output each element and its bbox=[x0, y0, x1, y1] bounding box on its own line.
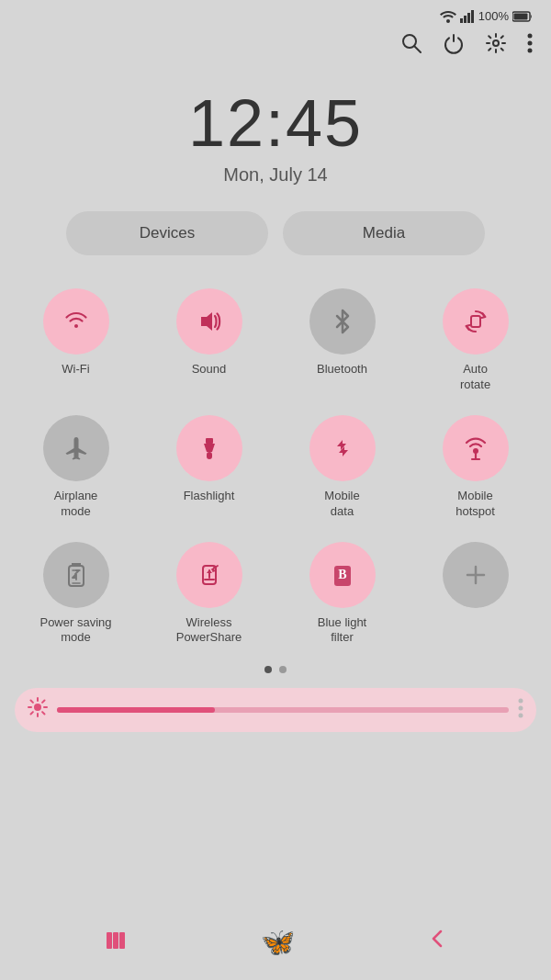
qs-hotspot[interactable]: Mobile hotspot bbox=[409, 406, 542, 533]
svg-line-8 bbox=[414, 46, 421, 52]
svg-line-34 bbox=[31, 712, 33, 714]
bluetooth-label: Bluetooth bbox=[317, 362, 367, 377]
svg-marker-13 bbox=[201, 312, 212, 331]
airplane-icon-wrap bbox=[43, 415, 109, 481]
home-button[interactable]: 🦋 bbox=[261, 926, 295, 958]
sound-label: Sound bbox=[192, 362, 227, 377]
mobiledata-label: Mobile data bbox=[324, 489, 359, 520]
dot-1 bbox=[264, 666, 272, 673]
qs-powersaving[interactable]: Power saving mode bbox=[9, 533, 142, 659]
status-bar: 100% bbox=[0, 0, 551, 28]
brightness-row[interactable] bbox=[15, 688, 536, 732]
svg-line-32 bbox=[42, 712, 44, 714]
qs-sound[interactable]: Sound bbox=[142, 279, 276, 406]
qs-bluetooth[interactable]: Bluetooth bbox=[276, 279, 409, 406]
airplane-label: Airplane mode bbox=[54, 489, 98, 520]
qs-add[interactable] bbox=[409, 533, 542, 659]
svg-point-37 bbox=[519, 713, 523, 717]
wpowershare-icon-wrap bbox=[176, 542, 242, 608]
svg-point-11 bbox=[528, 41, 533, 46]
battery-percentage: 100% bbox=[478, 9, 509, 23]
quick-settings-grid: Wi-Fi Sound Bluetooth bbox=[0, 265, 551, 659]
wifi-status-icon bbox=[440, 10, 456, 23]
clock-time: 12:45 bbox=[0, 85, 551, 161]
svg-rect-4 bbox=[471, 10, 474, 23]
flashlight-label: Flashlight bbox=[184, 489, 235, 504]
svg-text:B: B bbox=[338, 568, 346, 581]
svg-point-26 bbox=[34, 704, 41, 711]
hotspot-label: Mobile hotspot bbox=[455, 489, 495, 520]
svg-rect-38 bbox=[107, 932, 112, 949]
clock-section: 12:45 Mon, July 14 bbox=[0, 69, 551, 193]
wifi-label: Wi-Fi bbox=[62, 362, 89, 377]
svg-rect-3 bbox=[467, 13, 470, 23]
tab-devices[interactable]: Devices bbox=[66, 211, 268, 255]
clock-date: Mon, July 14 bbox=[0, 164, 551, 186]
brightness-fill bbox=[57, 707, 215, 713]
qs-wpowershare[interactable]: Wireless PowerShare bbox=[142, 533, 276, 659]
svg-point-9 bbox=[493, 40, 499, 46]
autorotate-icon-wrap bbox=[443, 288, 509, 355]
power-icon[interactable] bbox=[443, 32, 465, 60]
svg-rect-14 bbox=[471, 316, 480, 327]
svg-point-0 bbox=[446, 19, 450, 23]
qs-autorotate[interactable]: Auto rotate bbox=[409, 279, 542, 406]
wpowershare-label: Wireless PowerShare bbox=[176, 615, 242, 647]
battery-icon bbox=[512, 11, 533, 22]
bluelightfilter-label: Blue light filter bbox=[318, 615, 366, 647]
signal-icon bbox=[460, 10, 475, 23]
brightness-sun-icon bbox=[28, 697, 48, 723]
hotspot-icon-wrap bbox=[443, 415, 509, 481]
qs-bluelightfilter[interactable]: B Blue light filter bbox=[276, 533, 409, 659]
bluelightfilter-icon-wrap: B bbox=[309, 542, 376, 608]
svg-rect-40 bbox=[119, 932, 125, 949]
svg-point-10 bbox=[528, 34, 533, 39]
bluetooth-icon-wrap bbox=[309, 288, 376, 355]
qs-mobiledata[interactable]: Mobile data bbox=[276, 406, 409, 533]
flashlight-icon-wrap bbox=[176, 415, 242, 481]
qs-flashlight[interactable]: Flashlight bbox=[142, 406, 276, 533]
qs-wifi[interactable]: Wi-Fi bbox=[9, 279, 142, 406]
more-icon[interactable] bbox=[527, 32, 533, 60]
recents-button[interactable] bbox=[104, 927, 128, 957]
svg-point-12 bbox=[528, 49, 533, 53]
wifi-icon-wrap bbox=[43, 288, 109, 355]
tab-media[interactable]: Media bbox=[283, 211, 485, 255]
autorotate-label: Auto rotate bbox=[460, 362, 490, 393]
svg-point-35 bbox=[519, 698, 523, 703]
dot-2 bbox=[279, 666, 287, 673]
brightness-more-icon[interactable] bbox=[518, 698, 523, 723]
back-button[interactable] bbox=[428, 927, 448, 957]
svg-point-36 bbox=[519, 705, 523, 710]
mobiledata-icon-wrap bbox=[309, 415, 376, 481]
top-actions bbox=[0, 28, 551, 69]
settings-icon[interactable] bbox=[485, 32, 507, 60]
svg-rect-1 bbox=[460, 18, 463, 23]
svg-rect-16 bbox=[207, 452, 212, 459]
svg-rect-39 bbox=[113, 932, 118, 949]
tab-row: Devices Media bbox=[0, 193, 551, 265]
svg-rect-15 bbox=[206, 438, 213, 444]
brightness-track[interactable] bbox=[57, 707, 509, 713]
svg-line-33 bbox=[42, 701, 44, 703]
powersaving-icon-wrap bbox=[43, 542, 109, 608]
svg-rect-6 bbox=[514, 13, 528, 19]
svg-line-31 bbox=[31, 701, 33, 703]
add-icon-wrap bbox=[443, 542, 509, 608]
bottom-nav: 🦋 bbox=[0, 911, 551, 980]
powersaving-label: Power saving mode bbox=[39, 615, 111, 647]
svg-rect-2 bbox=[464, 16, 467, 23]
page-dots bbox=[0, 659, 551, 682]
qs-airplane[interactable]: Airplane mode bbox=[9, 406, 142, 533]
search-icon[interactable] bbox=[400, 32, 422, 60]
sound-icon-wrap bbox=[176, 288, 242, 355]
